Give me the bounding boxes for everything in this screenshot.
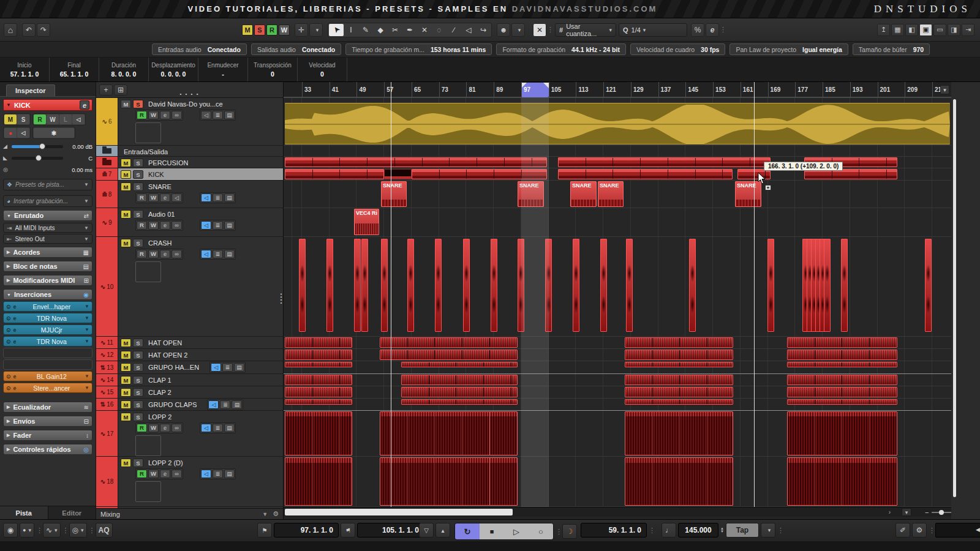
solo-button[interactable]: S (133, 459, 143, 467)
tab-editor[interactable]: Editor (48, 506, 96, 519)
insert-slot-mjucjr[interactable]: ⊙eMJUCjr▼ (3, 324, 92, 335)
autoscroll-options-button[interactable] (309, 23, 323, 37)
clip-hat-open-2[interactable] (625, 350, 733, 360)
clip-hat-open[interactable] (380, 337, 518, 348)
clip-clap-2[interactable] (625, 387, 733, 397)
clip-snare[interactable]: SNARE (381, 181, 407, 207)
solo-button[interactable]: S (133, 182, 143, 191)
edit-channel-button[interactable]: e (160, 193, 170, 202)
mute-button[interactable]: M (121, 376, 131, 384)
mute-button[interactable]: M (121, 459, 131, 467)
layout-lower-zone-button[interactable]: ▭ (933, 24, 946, 36)
clip-clap-2[interactable] (401, 387, 518, 397)
track-row-grupo-ha-en[interactable]: ⇅13MSGRUPO HA...EN◁≣▤ (96, 361, 283, 374)
clip-kick[interactable] (558, 169, 733, 179)
monitor-button[interactable]: ◁ (201, 470, 211, 478)
monitor-button[interactable]: ◁ (201, 250, 211, 258)
monitor-button[interactable]: ◁ (211, 363, 221, 372)
solo-button[interactable]: S (133, 159, 143, 167)
status-pan-law-de-proyecto[interactable]: Pan Law de proyectoIgual energía (729, 43, 848, 55)
mute-button[interactable]: M (121, 239, 131, 247)
device-panel-icon[interactable]: ▤ (234, 363, 244, 372)
clip-lopp-2[interactable] (285, 411, 352, 455)
zoom-preset-dropdown[interactable] (902, 508, 911, 516)
section-acordes[interactable]: ▶ Acordes ▦ (3, 247, 92, 258)
ruler-options-icon[interactable] (940, 85, 949, 94)
edit-channel-button[interactable]: e (80, 100, 89, 110)
clip-crash[interactable] (491, 239, 497, 332)
clip-grupo-claps[interactable] (787, 399, 897, 405)
monitor-button[interactable]: ◁ (201, 111, 211, 119)
clip-crash[interactable] (689, 239, 696, 332)
record-button[interactable] (529, 523, 553, 539)
export-button[interactable]: ↥ (877, 24, 890, 36)
clip-grupo-hats[interactable] (787, 362, 897, 367)
insert-slot-empty-5[interactable] (3, 359, 92, 370)
mute-button[interactable]: M (121, 351, 131, 359)
gear-icon[interactable] (273, 510, 279, 518)
erase-tool[interactable]: ◆ (373, 24, 388, 36)
write-automation-button[interactable]: W (148, 111, 159, 119)
device-panel-icon[interactable]: ▤ (224, 111, 235, 119)
solo-button[interactable]: S (133, 376, 143, 384)
track-row-lopp-2[interactable]: ∿17MSLOPP 2RWe∞◁≣▤ (96, 411, 283, 457)
solo-button[interactable]: S (133, 363, 143, 372)
write-automation-button[interactable]: W (47, 114, 59, 124)
section-envios[interactable]: ▶ Envíos ⊟ (3, 416, 92, 427)
solo-button[interactable]: S (133, 339, 143, 347)
autoscroll-icon[interactable]: ✛ (295, 23, 308, 37)
clip-hat-open-2[interactable] (285, 350, 352, 360)
section-ecualizador[interactable]: ▶ Ecualizador ≋ (3, 402, 92, 413)
time-signature-dropdown[interactable] (761, 523, 775, 538)
edit-channel-button[interactable]: e (160, 111, 170, 119)
clip-grupo-claps[interactable] (401, 399, 518, 405)
zoom-out-icon[interactable] (925, 509, 929, 516)
layout-full-button[interactable]: ⇥ (962, 24, 974, 36)
insert-slot-envel-haper[interactable]: ⊙eEnvel...haper▼ (3, 301, 92, 312)
deactivate-read-button[interactable]: R (266, 24, 277, 36)
monitor-button[interactable]: ◁ (208, 400, 219, 409)
status-velocidad-de-cuadro[interactable]: Velocidad de cuadro30 fps (630, 43, 726, 55)
right-locator-value[interactable]: 105. 1. 1. 0 (357, 523, 424, 538)
section-controles-rapidos[interactable]: ▶ Controles rápidos ◎ (3, 444, 92, 455)
clip-lopp-2-d[interactable] (380, 457, 518, 506)
left-locator-value[interactable]: 97. 1. 1. 0 (274, 523, 339, 538)
clip-snare[interactable]: SNARE (570, 181, 597, 207)
duplicate-track-icon[interactable]: ⊞ (114, 84, 127, 96)
mute-button[interactable]: M (121, 339, 131, 347)
status-tama-o-de-b-fer[interactable]: Tamaño de búfer970 (853, 43, 930, 55)
clip-lopp-2[interactable] (625, 411, 733, 455)
write-automation-button[interactable]: W (148, 193, 159, 202)
clip-crash[interactable] (841, 239, 848, 332)
track-row-crash[interactable]: ∿10MSCRASHRWe∞◁≣▤ (96, 237, 283, 337)
section-fader[interactable]: ▶ Fader ↕ (3, 430, 92, 441)
device-panel-icon[interactable]: ▤ (224, 250, 235, 258)
monitor-icon[interactable] (72, 114, 85, 124)
section-modificadores-midi[interactable]: ▶ Modificadores MIDI ⊞ (3, 275, 92, 286)
clip-crash[interactable] (381, 239, 388, 332)
track-row-snare[interactable]: ıllı8MSSNARERWe◁◁≣▤ (96, 181, 283, 208)
clip-snare[interactable]: SNARE (598, 181, 624, 207)
record-mode-dropdown[interactable] (20, 523, 34, 538)
go-to-right-locator-icon[interactable] (341, 523, 355, 538)
mute-button[interactable]: M (121, 413, 131, 421)
read-automation-button[interactable]: R (34, 114, 46, 124)
link-icon[interactable]: ∞ (172, 250, 182, 258)
link-icon[interactable]: ∞ (172, 470, 182, 478)
clip-hat-open[interactable] (285, 337, 352, 348)
clip-lopp-2-d[interactable] (625, 457, 733, 506)
device-panel-icon[interactable]: ▤ (224, 424, 235, 432)
panel-resize-handle[interactable] (180, 91, 200, 97)
pan-slider[interactable] (12, 157, 63, 160)
solo-button[interactable]: S (133, 170, 143, 179)
record-enable-button[interactable]: R (137, 193, 147, 202)
clip-audio-01[interactable]: VEC4 Ri (354, 209, 379, 235)
clip-snare[interactable]: SNARE (518, 181, 544, 207)
record-enable-button[interactable]: R (137, 424, 147, 432)
insert-slot-tdr-nova[interactable]: ⊙eTDR Nova▼ (3, 336, 92, 347)
record-insert-dropdown[interactable]: ◕ Insertar grabación... ▼ (3, 195, 92, 207)
clip-crash[interactable] (407, 239, 414, 332)
horizontal-zoom-control[interactable] (925, 508, 951, 517)
mute-button[interactable]: M (121, 210, 131, 219)
clip-snare[interactable]: SNARE (735, 181, 761, 207)
